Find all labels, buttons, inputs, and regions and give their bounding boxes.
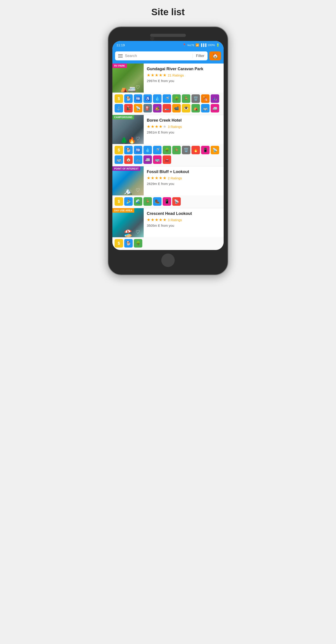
- amenity-icon-15: 🏕️: [153, 104, 162, 112]
- home-icon: 🏠: [212, 53, 218, 59]
- site-image: POINT OF INTEREST ♡: [112, 166, 144, 196]
- star-full: ★: [151, 73, 154, 78]
- amenity-icon-2: 🌳: [134, 239, 142, 248]
- site-info: Crescent Head Lookout ★★★★★ 3 Ratings 35…: [144, 208, 224, 237]
- site-image: RV PARK ♡: [112, 64, 144, 92]
- status-bar: 11:19 📍 VoLTE 📶 ▐▐▐ 100% 🔋: [112, 41, 224, 49]
- heart-icon[interactable]: ♡: [136, 136, 142, 142]
- amenity-icon-0: $: [115, 239, 123, 248]
- site-badge: CAMPGROUND: [112, 115, 134, 120]
- hamburger-icon[interactable]: [118, 54, 123, 58]
- amenity-icon-12: 🏠: [124, 156, 133, 164]
- site-name: Fossil Bluff + Lookout: [147, 170, 221, 174]
- distance: 2997m E from you: [147, 79, 221, 83]
- page-title: Site list: [151, 7, 185, 18]
- star-full: ★: [155, 73, 158, 78]
- amenity-icon-10: 📡: [211, 146, 219, 154]
- battery-icon: 🔋: [216, 44, 220, 47]
- star-full: ★: [159, 176, 162, 180]
- stars-row: ★★★★★ 21 Ratings: [147, 73, 221, 78]
- amenities: $🐕🚻♿💧🚿🌳🪑🗑️🍖🎣⚓🚂📡⛽🏕️🛏️📹👁️⛺🚌🚐: [112, 92, 224, 115]
- site-main: CAMPGROUND ♡ Boree Creek Hotel ★★★★★ 3 R…: [112, 115, 224, 144]
- battery-text: 100%: [208, 44, 215, 47]
- site-item-crescent[interactable]: DAY USE AREA ♡ Crescent Head Lookout ★★★…: [112, 208, 224, 250]
- amenity-icon-10: 🎣: [211, 94, 219, 103]
- star-full: ★: [155, 176, 158, 180]
- amenity-icon-2: 🚻: [134, 94, 142, 103]
- site-image: CAMPGROUND ♡: [112, 115, 144, 144]
- status-right: 📍 VoLTE 📶 ▐▐▐ 100% 🔋: [183, 44, 220, 47]
- amenity-icon-5: 🌳: [163, 146, 171, 154]
- status-time: 11:19: [116, 43, 125, 47]
- search-bar: Search Filter 🏠: [112, 49, 224, 64]
- site-info: Fossil Bluff + Lookout ★★★★★ 2 Ratings 2…: [144, 166, 224, 196]
- amenities: $🏄🌊🪑🥾📱📡: [112, 196, 224, 208]
- filter-button[interactable]: Filter: [193, 54, 204, 58]
- phone-screen: 11:19 📍 VoLTE 📶 ▐▐▐ 100% 🔋 Search Filter…: [112, 41, 224, 250]
- star-empty: ★: [163, 124, 166, 129]
- amenity-icon-11: 🚌: [115, 156, 123, 164]
- amenity-icon-2: 🌊: [134, 197, 142, 206]
- amenity-icon-11: ⚓: [115, 104, 123, 112]
- stars: ★★★★★: [147, 124, 166, 129]
- site-item-gundagai[interactable]: RV PARK ♡ Gundagai River Caravan Park ★★…: [112, 64, 224, 115]
- amenity-icon-0: $: [115, 94, 123, 103]
- amenity-icon-12: 🚂: [124, 104, 133, 112]
- star-full: ★: [155, 217, 158, 222]
- amenity-icon-13: 📡: [134, 104, 142, 112]
- star-full: ★: [147, 73, 150, 78]
- heart-icon[interactable]: ♡: [136, 84, 142, 91]
- amenity-icon-1: 🐕: [124, 94, 133, 103]
- site-image: DAY USE AREA ♡: [112, 208, 144, 237]
- star-full: ★: [151, 217, 154, 222]
- amenity-icon-0: $: [115, 146, 123, 154]
- amenity-icon-6: 🪑: [172, 146, 181, 154]
- ratings-count: 3 Ratings: [168, 218, 182, 222]
- star-full: ★: [159, 73, 162, 78]
- star-full: ★: [159, 217, 162, 222]
- amenity-icon-1: 🐕: [124, 239, 133, 248]
- amenity-icon-3: 💧: [143, 146, 152, 154]
- star-half: ★: [163, 176, 166, 180]
- amenities: $🐕🌳: [112, 237, 224, 250]
- amenity-icon-14: 🚐: [143, 156, 152, 164]
- amenity-icon-1: 🐕: [124, 146, 133, 154]
- star-half: ★: [163, 217, 166, 222]
- amenity-icon-16: 🚗: [163, 156, 171, 164]
- amenity-icon-5: 🚿: [163, 94, 171, 103]
- signal-icon: ▐▐▐: [200, 44, 206, 47]
- heart-icon[interactable]: ♡: [136, 188, 142, 194]
- star-full: ★: [151, 176, 154, 180]
- camera: [150, 36, 154, 40]
- site-list: RV PARK ♡ Gundagai River Caravan Park ★★…: [112, 64, 224, 250]
- phone-frame: 11:19 📍 VoLTE 📶 ▐▐▐ 100% 🔋 Search Filter…: [108, 26, 228, 275]
- heart-icon[interactable]: ♡: [136, 229, 142, 236]
- amenity-icon-4: 🥾: [153, 197, 162, 206]
- site-info: Gundagai River Caravan Park ★★★★★ 21 Rat…: [144, 64, 224, 92]
- amenity-icon-9: 📱: [201, 146, 210, 154]
- site-item-fossil[interactable]: POINT OF INTEREST ♡ Fossil Bluff + Looko…: [112, 166, 224, 208]
- ratings-count: 2 Ratings: [168, 176, 182, 180]
- search-input-wrap[interactable]: Search Filter: [115, 52, 208, 60]
- home-button[interactable]: 🏠: [209, 52, 221, 60]
- site-badge: RV PARK: [112, 64, 127, 68]
- amenity-icon-14: ⛽: [143, 104, 152, 112]
- site-main: POINT OF INTEREST ♡ Fossil Bluff + Looko…: [112, 166, 224, 196]
- stars-row: ★★★★★ 2 Ratings: [147, 176, 221, 180]
- amenity-icon-5: 📱: [163, 197, 171, 206]
- site-item-boree[interactable]: CAMPGROUND ♡ Boree Creek Hotel ★★★★★ 3 R…: [112, 115, 224, 166]
- speaker: [150, 34, 186, 37]
- site-name: Crescent Head Lookout: [147, 211, 221, 216]
- amenity-icon-21: 🚐: [211, 104, 219, 112]
- ratings-count: 3 Ratings: [168, 125, 182, 128]
- site-name: Boree Creek Hotel: [147, 118, 221, 123]
- amenity-icon-6: 🌳: [172, 94, 181, 103]
- phone-home-button[interactable]: [161, 254, 175, 267]
- amenity-icon-16: 🛏️: [163, 104, 171, 112]
- distance: 3505m E from you: [147, 224, 221, 228]
- distance: 2861m E from you: [147, 130, 221, 134]
- search-input[interactable]: Search: [125, 54, 193, 58]
- amenity-icon-9: 🍖: [201, 94, 210, 103]
- site-name: Gundagai River Caravan Park: [147, 67, 221, 71]
- amenity-icon-1: 🏄: [124, 197, 133, 206]
